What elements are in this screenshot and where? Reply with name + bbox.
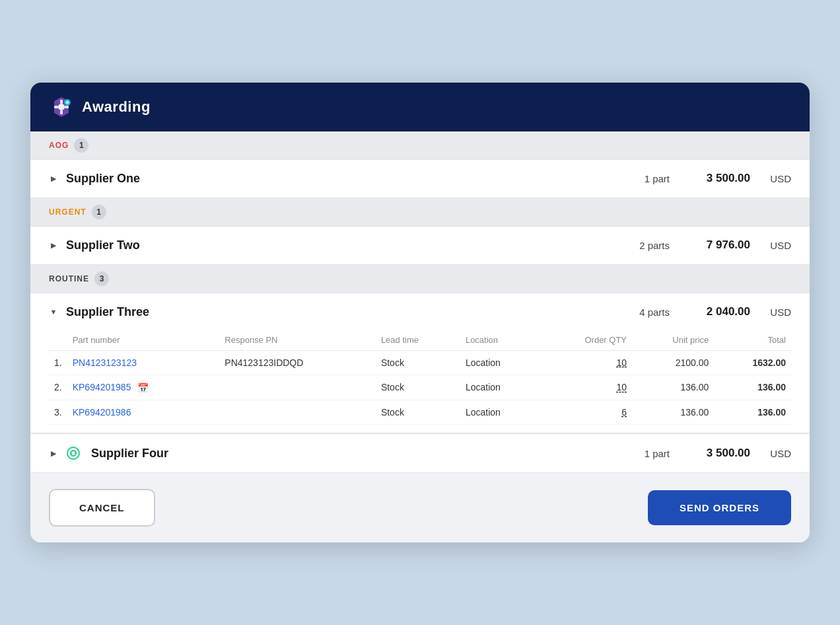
col-num (49, 331, 67, 351)
col-part-number: Part number (67, 331, 220, 351)
response-pn: PN4123123IDDQD (219, 350, 376, 375)
col-lead-time: Lead time (376, 331, 460, 351)
section-urgent: URGENT 1 (30, 198, 810, 226)
supplier-three-row[interactable]: ▼ Supplier Three 4 parts 2 040.00 USD (30, 293, 810, 331)
svg-rect-4 (54, 106, 58, 108)
qty: 6 (540, 400, 632, 425)
section-urgent-label: URGENT (49, 207, 87, 217)
supplier-three-amount: 2 040.00 (678, 305, 750, 318)
qty: 10 (540, 350, 632, 375)
modal-header: Awarding (30, 83, 810, 131)
lead-time: Stock (376, 375, 460, 400)
section-aog: AOG 1 (30, 131, 810, 159)
section-routine-badge: 3 (94, 272, 109, 286)
supplier-one-parts: 1 part (610, 173, 670, 184)
total: 136.00 (714, 400, 791, 425)
awarding-modal: Awarding AOG 1 ▶ Supplier One 1 part 3 5… (30, 83, 810, 542)
section-aog-label: AOG (49, 141, 69, 150)
supplier-two-name: Supplier Two (66, 239, 602, 252)
location: Location (460, 400, 540, 425)
supplier-four-currency: USD (758, 448, 791, 459)
supplier-two-parts: 2 parts (610, 240, 670, 251)
total: 136.00 (714, 375, 791, 400)
svg-rect-2 (60, 100, 63, 104)
logo-icon (49, 94, 74, 120)
part-number-link[interactable]: KP694201986 (67, 400, 220, 425)
unit-price: 2100.00 (632, 350, 714, 375)
calendar-icon[interactable]: 📅 (137, 383, 149, 393)
svg-point-8 (67, 447, 79, 459)
section-routine-label: ROUTINE (49, 274, 89, 283)
unit-price: 136.00 (632, 375, 714, 400)
supplier-three-currency: USD (758, 307, 791, 318)
lead-time: Stock (376, 350, 460, 375)
supplier-four-row[interactable]: ▶ Supplier Four 1 part 3 500.00 USD (30, 433, 810, 473)
qty: 10 (540, 375, 632, 400)
table-row: 2. KP694201985 📅 Stock Location 10 136.0… (49, 375, 791, 400)
supplier-one-name: Supplier One (66, 172, 602, 186)
row-num: 3. (49, 400, 67, 425)
table-row: 1. PN4123123123 PN4123123IDDQD Stock Loc… (49, 350, 791, 375)
col-location: Location (460, 331, 540, 351)
col-order-qty: Order QTY (540, 331, 632, 351)
chevron-right-icon[interactable]: ▶ (49, 240, 58, 250)
modal-footer: CANCEL SEND ORDERS (30, 473, 810, 542)
lead-time: Stock (376, 400, 460, 425)
svg-point-7 (66, 100, 69, 104)
supplier-two-amount: 7 976.00 (678, 239, 750, 252)
section-routine: ROUTINE 3 (30, 265, 810, 293)
chevron-right-icon[interactable]: ▶ (49, 449, 58, 458)
supplier-two-currency: USD (758, 240, 791, 251)
response-pn (219, 375, 376, 400)
chevron-right-icon[interactable]: ▶ (49, 174, 58, 183)
svg-rect-5 (65, 106, 69, 108)
table-row: 3. KP694201986 Stock Location 6 136.00 1… (49, 400, 791, 425)
supplier-four-parts: 1 part (610, 448, 670, 459)
modal-body: AOG 1 ▶ Supplier One 1 part 3 500.00 USD… (30, 131, 810, 473)
chevron-down-icon[interactable]: ▼ (49, 307, 58, 316)
svg-point-1 (58, 104, 65, 110)
cancel-button[interactable]: CANCEL (49, 489, 155, 527)
unit-price: 136.00 (632, 400, 714, 425)
col-total: Total (714, 331, 791, 351)
total: 1632.00 (714, 350, 791, 375)
response-pn (219, 400, 376, 425)
supplier-three-parts: 4 parts (610, 307, 670, 318)
section-urgent-badge: 1 (92, 205, 106, 219)
app-logo: Awarding (49, 94, 151, 120)
app-title: Awarding (82, 98, 151, 116)
supplier-three-parts-table: Part number Response PN Lead time Locati… (30, 331, 810, 433)
part-number-link[interactable]: PN4123123123 (67, 350, 220, 375)
row-num: 2. (49, 375, 67, 400)
supplier-one-row[interactable]: ▶ Supplier One 1 part 3 500.00 USD (30, 159, 810, 198)
part-number-link[interactable]: KP694201985 📅 (67, 375, 220, 400)
svg-rect-3 (60, 110, 63, 114)
col-unit-price: Unit price (632, 331, 714, 351)
section-aog-badge: 1 (74, 138, 88, 153)
supplier-three-name: Supplier Three (66, 305, 602, 319)
supplier-one-currency: USD (758, 173, 791, 184)
supplier-one-amount: 3 500.00 (678, 172, 750, 185)
supplier-two-row[interactable]: ▶ Supplier Two 2 parts 7 976.00 USD (30, 226, 810, 265)
supplier-four-name: Supplier Four (91, 447, 602, 460)
col-response-pn: Response PN (219, 331, 376, 351)
row-num: 1. (49, 350, 67, 375)
supplier-four-amount: 3 500.00 (678, 447, 750, 460)
send-orders-button[interactable]: SEND ORDERS (648, 490, 791, 525)
refresh-icon (66, 446, 81, 460)
location: Location (460, 350, 540, 375)
location: Location (460, 375, 540, 400)
